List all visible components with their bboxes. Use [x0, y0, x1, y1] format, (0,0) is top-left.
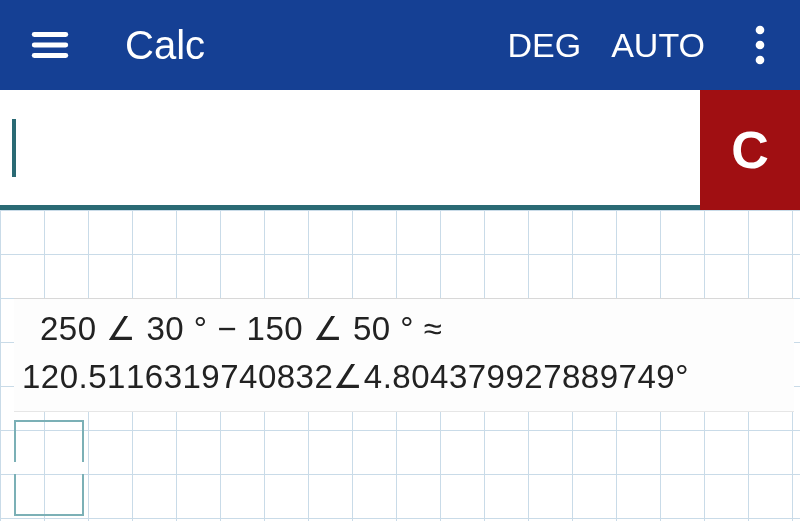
text-caret [12, 119, 16, 177]
history-expression: 250 ∠ 30 ° − 150 ∠ 50 ° ≈ [22, 305, 786, 353]
svg-point-4 [756, 41, 765, 50]
history-entry[interactable]: 250 ∠ 30 ° − 150 ∠ 50 ° ≈ 120.5116319740… [14, 298, 794, 412]
cursor-bracket-bottom [14, 474, 84, 516]
expression-input[interactable] [0, 90, 700, 210]
app-title: Calc [125, 23, 507, 68]
app-bar: Calc DEG AUTO [0, 0, 800, 90]
svg-point-3 [756, 26, 765, 35]
menu-icon[interactable] [20, 15, 80, 75]
input-row: C [0, 90, 800, 210]
cursor-bracket-top [14, 420, 84, 462]
more-vert-icon[interactable] [735, 15, 785, 75]
clear-button[interactable]: C [700, 90, 800, 210]
angle-mode-toggle[interactable]: DEG [507, 26, 581, 65]
history-result: 120.5116319740832∠4.804379927889749° [22, 353, 786, 401]
format-mode-toggle[interactable]: AUTO [611, 26, 705, 65]
result-area: 250 ∠ 30 ° − 150 ∠ 50 ° ≈ 120.5116319740… [0, 210, 800, 521]
svg-point-5 [756, 56, 765, 65]
